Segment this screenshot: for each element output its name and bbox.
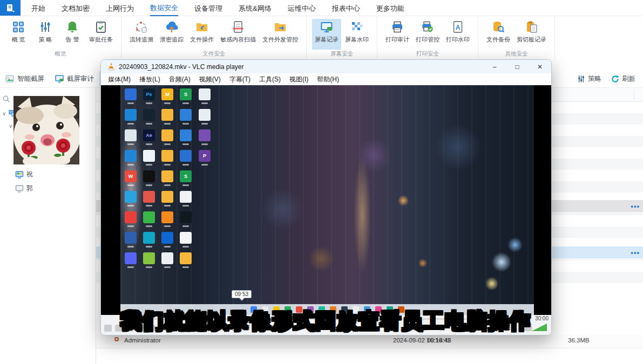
chevron-down-icon[interactable]: ∨ (2, 111, 6, 116)
screen-record-icon (320, 20, 333, 33)
sliders-icon (39, 20, 52, 33)
ribbon-clipboard-record-button[interactable]: 剪切板记录 (514, 19, 549, 50)
ribbon-file-ops-button[interactable]: 文件操作 (187, 19, 216, 50)
ribbon-print-audit-button[interactable]: 打印审计 (383, 19, 412, 50)
subtab-label: 智能截屏 (17, 74, 44, 84)
ribbon-print-watermark-button[interactable]: A 打印水印 (443, 19, 472, 50)
desktop-icon (199, 88, 211, 100)
desktop-icon: W (125, 170, 137, 182)
row-more-button[interactable]: ••• (631, 249, 640, 257)
desktop-icon (143, 252, 155, 264)
vlc-menu-item[interactable]: 播放(L) (136, 74, 164, 85)
ribbon-flow-trace-button[interactable]: 流转追溯 (127, 19, 156, 50)
ribbon-group-overview: 概 览 策 略 告 警 审批任务 概览 (0, 16, 121, 58)
vlc-menu-item[interactable]: 视图(I) (286, 74, 312, 85)
ribbon-item-label: 流转追溯 (130, 36, 153, 44)
ribbon-item-label: 概 览 (11, 36, 25, 44)
refresh-label: 刷新 (622, 74, 635, 84)
ribbon-item-label: 策 略 (38, 36, 52, 44)
ribbon-leak-track-button[interactable]: 泄密追踪 (157, 19, 186, 50)
app-main-button[interactable] (0, 0, 21, 16)
ribbon: 概 览 策 略 告 警 审批任务 概览 流转追溯 泄密追 (0, 16, 643, 58)
ribbon-alert-button[interactable]: 告 警 (59, 19, 85, 50)
grid-icon (12, 20, 25, 33)
tab-doc-encrypt[interactable]: 文档加密 (62, 1, 90, 16)
video-subtitle: 我们就能以录像形式回放查看员工电脑操作 (95, 307, 557, 335)
vlc-menu-item[interactable]: 帮助(H) (313, 74, 343, 85)
close-button[interactable]: ✕ (529, 60, 551, 73)
row-more-button[interactable]: ••• (631, 202, 640, 210)
vlc-menu-item[interactable]: 工具(S) (255, 74, 285, 85)
cloud-upload-icon (165, 20, 178, 33)
desktop-icon: P (199, 150, 211, 162)
minimize-button[interactable]: – (483, 60, 506, 73)
desktop-icon (125, 150, 137, 162)
ribbon-screen-watermark-button[interactable]: 屏幕水印 (342, 19, 371, 50)
refresh-button[interactable]: 刷新 (611, 74, 635, 84)
tab-system-network[interactable]: 系统&网络 (239, 1, 272, 16)
policy-label: 策略 (588, 74, 601, 84)
ribbon-group-print-security: 打印审计 打印管控 A 打印水印 打印安全 (377, 16, 478, 58)
policy-button[interactable]: 策略 (577, 74, 601, 84)
vlc-window-title: 20240903_120824.mkv - VLC media player (119, 63, 243, 71)
ribbon-item-label: 泄密追踪 (160, 36, 184, 44)
desktop-icon (161, 129, 173, 141)
ribbon-item-label: 打印审计 (385, 36, 409, 44)
tree-item-zhu[interactable]: 祝 (15, 170, 33, 179)
tab-smart-screenshot[interactable]: 智能截屏 (0, 71, 50, 87)
desktop-icon: Ae (143, 129, 155, 141)
tab-report-center[interactable]: 报表中心 (332, 1, 360, 16)
vlc-menu-item[interactable]: 媒体(M) (104, 74, 134, 85)
recording-user: Administrator (124, 337, 161, 344)
ribbon-file-backup-button[interactable]: 文件备份 (484, 19, 513, 50)
document-scan-icon (232, 20, 245, 33)
ribbon-group-label: 屏幕安全 (307, 50, 377, 58)
desktop-icon (125, 109, 137, 121)
printer-shield-icon (421, 20, 434, 33)
ribbon-item-label: 告 警 (65, 36, 79, 44)
desktop-icon (161, 191, 173, 203)
app-logo-icon (5, 3, 15, 13)
desktop-icon (199, 129, 211, 141)
tab-screenshot-audit[interactable]: 截屏审计 (50, 71, 99, 87)
chevron-down-icon[interactable]: ∨ (9, 123, 12, 129)
desktop-icon (180, 129, 192, 141)
desktop-icon: S (180, 88, 192, 100)
ribbon-overview-button[interactable]: 概 览 (5, 19, 31, 50)
desktop-icon (161, 109, 173, 121)
desktop-icon (125, 88, 137, 100)
ribbon-content-scan-button[interactable]: 敏感内容扫描 (218, 19, 259, 50)
tab-web-behavior[interactable]: 上网行为 (106, 1, 134, 16)
tree-item-guo[interactable]: 郭 (15, 184, 33, 193)
picture-icon (5, 74, 14, 83)
desktop-icon (125, 191, 137, 203)
tab-device-mgmt[interactable]: 设备管理 (194, 1, 222, 16)
ribbon-policy-button[interactable]: 策 略 (32, 19, 58, 50)
vlc-title-bar[interactable]: 20240903_120824.mkv - VLC media player –… (101, 60, 551, 73)
ribbon-group-label: 概览 (0, 50, 121, 58)
record-icon (114, 337, 119, 341)
vlc-menu-item[interactable]: 字幕(T) (226, 74, 254, 85)
desktop-icon (125, 129, 137, 141)
ribbon-outgoing-control-button[interactable]: 文件外发管控 (260, 19, 301, 50)
tab-ops-center[interactable]: 运维中心 (288, 1, 316, 16)
tab-start[interactable]: 开始 (31, 1, 45, 16)
ribbon-approval-tasks-button[interactable]: 审批任务 (86, 19, 116, 50)
ribbon-print-control-button[interactable]: 打印管控 (413, 19, 442, 50)
tab-data-security[interactable]: 数据安全 (150, 0, 178, 16)
desktop-icon (143, 170, 155, 182)
folder-arrow-icon (274, 20, 287, 33)
ribbon-item-label: 文件操作 (190, 36, 214, 44)
ribbon-group-file-security: 流转追溯 泄密追踪 文件操作 敏感内容扫描 文件外发管控 文件安全 (121, 16, 307, 58)
desktop-icon (180, 232, 192, 244)
vlc-menu-item[interactable]: 视频(V) (195, 74, 225, 85)
ribbon-screen-record-button[interactable]: 屏幕记录 (312, 19, 341, 50)
vlc-menu-item[interactable]: 音频(A) (165, 74, 194, 85)
tab-more[interactable]: 更多功能 (376, 1, 404, 16)
clipboard-check-icon (94, 20, 107, 33)
desktop-icon (143, 211, 155, 223)
maximize-button[interactable]: □ (506, 60, 529, 73)
sliders-icon (577, 75, 585, 83)
vlc-video-area[interactable]: PsMSAePWS 09:53 (101, 85, 551, 316)
recording-list-row[interactable]: Administrator 2024-09-02 16:16:42 00:14:… (96, 334, 643, 348)
